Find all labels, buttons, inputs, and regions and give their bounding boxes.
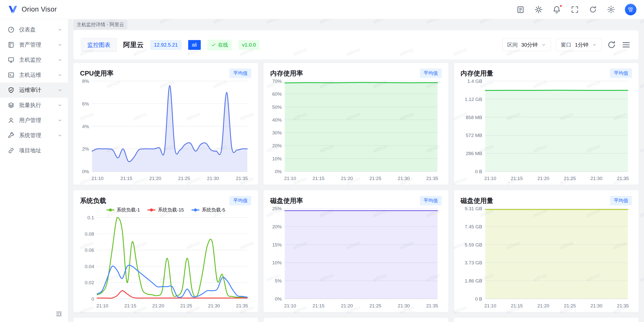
- svg-text:21:35: 21:35: [617, 176, 629, 181]
- svg-text:60%: 60%: [272, 91, 282, 97]
- chart-plot: 0 B1.86 GB3.73 GB5.59 GB7.45 GB9.31 GB21…: [461, 205, 632, 309]
- svg-text:21:30: 21:30: [208, 303, 220, 308]
- legend-item[interactable]: 系统负载-15: [147, 207, 184, 213]
- report-icon[interactable]: [516, 5, 525, 14]
- monitor-icon: [8, 56, 15, 63]
- legend-item[interactable]: 系统负载-1: [106, 207, 140, 213]
- sidebar-collapse-button[interactable]: [55, 310, 62, 317]
- chart-title: 磁盘使用率: [270, 196, 303, 205]
- chart-header: 系统负载 平均值: [80, 196, 251, 205]
- svg-text:3.73 GB: 3.73 GB: [465, 260, 482, 265]
- host-ip-tag[interactable]: 12.92.5.21: [150, 40, 182, 50]
- svg-text:0.06: 0.06: [85, 247, 94, 253]
- sidebar-item-system-mgmt[interactable]: 系统管理: [0, 128, 68, 143]
- average-tag[interactable]: 平均值: [610, 68, 632, 78]
- chart-card-disk-rate: 磁盘使用率 平均值 0%5%10%15%20%25%21:1021:1521:2…: [264, 190, 448, 312]
- svg-text:21:10: 21:10: [484, 303, 496, 308]
- charts-grid: CPU使用率 平均值 0%2%4%6%8%21:1021:1521:2021:2…: [73, 63, 638, 322]
- svg-text:21:30: 21:30: [207, 176, 219, 181]
- svg-text:21:20: 21:20: [537, 303, 549, 308]
- average-tag[interactable]: 平均值: [229, 196, 251, 205]
- svg-text:286 MB: 286 MB: [466, 151, 482, 156]
- window-select[interactable]: 窗口 1分钟: [556, 39, 602, 51]
- svg-text:40%: 40%: [272, 117, 282, 123]
- average-tag[interactable]: 平均值: [420, 196, 442, 205]
- main-content: 主机监控详情 - 阿里云 监控图表 阿里云 12.92.5.21 ali 在线 …: [68, 19, 644, 322]
- chevron-down-icon: [57, 42, 62, 47]
- refresh-charts-button[interactable]: [607, 40, 616, 50]
- gear-icon: [607, 5, 615, 14]
- chevron-down-icon: [57, 88, 62, 93]
- svg-text:21:30: 21:30: [398, 176, 410, 181]
- average-tag[interactable]: 平均值: [420, 68, 442, 78]
- interval-label: 区间: [507, 41, 518, 48]
- svg-text:21:30: 21:30: [398, 303, 410, 308]
- host-status-tag[interactable]: 在线: [207, 40, 232, 50]
- refresh-arrow-icon: [589, 5, 597, 14]
- svg-text:21:30: 21:30: [590, 303, 602, 308]
- sidebar-item-dashboard[interactable]: 仪表盘: [0, 22, 68, 37]
- app-logo[interactable]: Orion Visor: [8, 4, 57, 15]
- clipboard-icon: [516, 5, 525, 14]
- expand-icon: [571, 5, 579, 14]
- svg-text:70%: 70%: [272, 79, 282, 84]
- breadcrumb: 主机监控详情 - 阿里云: [73, 19, 638, 30]
- chart-layout-button[interactable]: [621, 40, 631, 50]
- sidebar-item-assets[interactable]: 资产管理: [0, 37, 68, 52]
- svg-text:9.31 GB: 9.31 GB: [465, 206, 482, 211]
- notification-badge: [559, 5, 562, 7]
- theme-icon[interactable]: [534, 5, 543, 14]
- interval-value: 30分钟: [521, 41, 538, 48]
- svg-text:858 MB: 858 MB: [466, 115, 482, 120]
- chart-plot: 0%5%10%15%20%25%21:1021:1521:2021:2521:3…: [270, 205, 441, 309]
- svg-text:21:20: 21:20: [149, 176, 161, 181]
- user-avatar[interactable]: 管: [625, 4, 636, 15]
- host-alias-tag[interactable]: ali: [188, 40, 201, 50]
- interval-select[interactable]: 区间 30分钟: [502, 39, 551, 51]
- sidebar-item-host-ops[interactable]: 主机运维: [0, 67, 68, 83]
- sun-icon: [534, 5, 543, 14]
- chart-title: 磁盘使用量: [461, 196, 493, 205]
- svg-text:21:10: 21:10: [284, 303, 296, 308]
- breadcrumb-tag[interactable]: 主机监控详情 - 阿里云: [73, 20, 127, 29]
- settings-icon[interactable]: [607, 5, 615, 14]
- sidebar-item-label: 主机监控: [19, 56, 53, 64]
- chart-header: 磁盘使用率 平均值: [270, 196, 441, 205]
- svg-text:572 MB: 572 MB: [466, 133, 482, 138]
- chart-card-partial: [73, 318, 258, 322]
- legend-marker: [147, 209, 155, 210]
- sidebar-item-label: 仪表盘: [19, 26, 53, 33]
- sidebar-item-label: 主机运维: [19, 71, 53, 79]
- chart-header: 内存使用率 平均值: [270, 68, 441, 78]
- monitor-chart-button[interactable]: 监控图表: [81, 38, 117, 52]
- sidebar-item-label: 用户管理: [19, 117, 53, 124]
- sidebar-item-ops-audit[interactable]: 运维审计: [0, 83, 68, 98]
- svg-text:21:25: 21:25: [564, 176, 576, 181]
- refresh-icon[interactable]: [589, 5, 597, 14]
- fullscreen-icon[interactable]: [571, 5, 579, 14]
- average-tag[interactable]: 平均值: [229, 68, 251, 78]
- legend-item[interactable]: 系统负载-5: [191, 207, 225, 213]
- svg-text:25%: 25%: [272, 206, 282, 211]
- sidebar: 仪表盘资产管理主机监控主机运维运维审计批量执行用户管理系统管理项目地址: [0, 19, 68, 322]
- svg-text:2%: 2%: [82, 146, 89, 152]
- svg-text:21:15: 21:15: [511, 176, 523, 181]
- chart-legend: 系统负载-1系统负载-15系统负载-5: [80, 205, 251, 214]
- sidebar-item-batch-exec[interactable]: 批量执行: [0, 98, 68, 113]
- svg-text:21:15: 21:15: [313, 176, 325, 181]
- svg-text:0.04: 0.04: [85, 264, 94, 269]
- svg-text:21:10: 21:10: [484, 176, 496, 181]
- host-info-card: 监控图表 阿里云 12.92.5.21 ali 在线 v1.0.0 区间 30分…: [73, 30, 638, 59]
- sidebar-item-project-url[interactable]: 项目地址: [0, 143, 68, 158]
- list-icon: [621, 40, 631, 50]
- svg-text:21:25: 21:25: [370, 176, 382, 181]
- sidebar-item-host-monitor[interactable]: 主机监控: [0, 52, 68, 67]
- average-tag[interactable]: 平均值: [610, 196, 632, 205]
- svg-text:0%: 0%: [275, 169, 282, 174]
- sidebar-item-label: 资产管理: [19, 41, 53, 49]
- host-version-tag[interactable]: v1.0.0: [238, 40, 260, 50]
- notifications-icon[interactable]: [552, 5, 561, 14]
- sidebar-item-label: 运维审计: [19, 86, 53, 94]
- svg-text:0.08: 0.08: [85, 231, 94, 237]
- sidebar-item-user-mgmt[interactable]: 用户管理: [0, 113, 68, 128]
